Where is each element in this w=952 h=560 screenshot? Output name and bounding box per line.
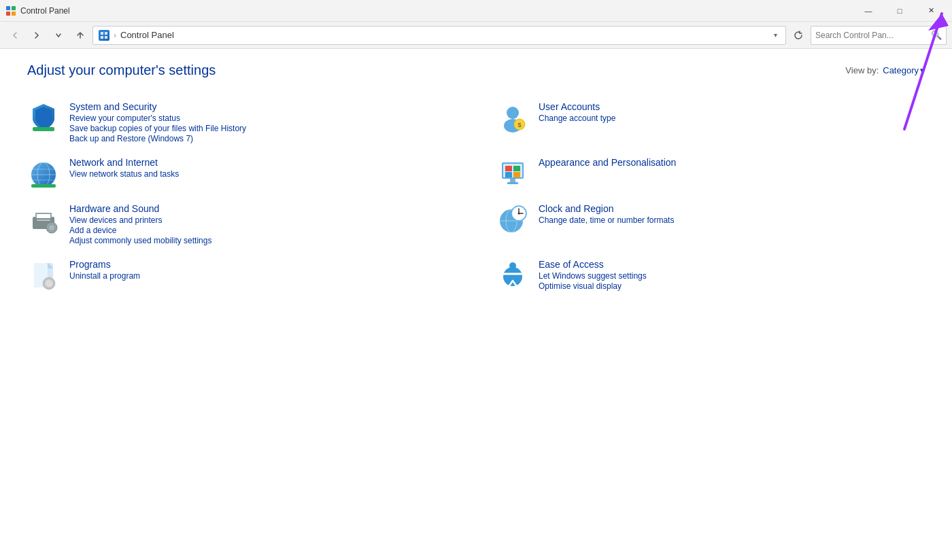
view-by-dropdown[interactable]: Category ▾ bbox=[883, 65, 925, 75]
main-content: Adjust your computer's settings View by:… bbox=[0, 49, 952, 560]
view-by-label: View by: bbox=[845, 65, 879, 75]
svg-point-47 bbox=[48, 283, 50, 284]
minimize-button[interactable]: — bbox=[853, 0, 884, 22]
user-accounts-links: Change account type bbox=[539, 113, 925, 123]
search-input[interactable] bbox=[815, 31, 928, 40]
system-security-links: Review your computer's status Save backu… bbox=[69, 113, 456, 143]
address-bar-icon bbox=[99, 30, 109, 41]
maximize-button[interactable]: □ bbox=[884, 0, 915, 22]
svg-rect-25 bbox=[510, 179, 515, 182]
address-dropdown-button[interactable]: ▾ bbox=[771, 31, 780, 39]
svg-rect-1 bbox=[12, 6, 16, 10]
titlebar-controls: — □ ✕ bbox=[853, 0, 947, 22]
category-network-internet: Network and Internet View network status… bbox=[27, 150, 456, 196]
hardware-sound-links: View devices and printers Add a device A… bbox=[69, 215, 456, 245]
clock-region-content: Clock and Region Change date, time or nu… bbox=[539, 203, 925, 225]
clock-region-icon[interactable] bbox=[496, 203, 529, 236]
category-ease-of-access: Ease of Access Let Windows suggest setti… bbox=[496, 252, 925, 298]
programs-content: Programs Uninstall a program bbox=[69, 259, 456, 281]
system-security-icon[interactable] bbox=[27, 101, 60, 134]
system-security-link-3[interactable]: Back up and Restore (Windows 7) bbox=[69, 134, 456, 143]
hardware-sound-link-1[interactable]: View devices and printers bbox=[69, 215, 456, 225]
forward-button[interactable] bbox=[27, 26, 46, 45]
hardware-sound-icon[interactable] bbox=[27, 203, 60, 236]
categories-grid: System and Security Review your computer… bbox=[27, 94, 925, 298]
ease-of-access-link-1[interactable]: Let Windows suggest settings bbox=[539, 271, 925, 281]
hardware-sound-title[interactable]: Hardware and Sound bbox=[69, 203, 456, 214]
back-button[interactable] bbox=[5, 26, 24, 45]
recent-locations-button[interactable] bbox=[49, 26, 68, 45]
address-path: Control Panel bbox=[120, 30, 174, 40]
search-box[interactable]: 🔍 bbox=[811, 26, 947, 45]
svg-point-9 bbox=[507, 107, 519, 119]
hardware-sound-content: Hardware and Sound View devices and prin… bbox=[69, 203, 456, 245]
ease-of-access-link-2[interactable]: Optimise visual display bbox=[539, 281, 925, 291]
clock-region-title[interactable]: Clock and Region bbox=[539, 203, 925, 214]
category-programs: Programs Uninstall a program bbox=[27, 252, 456, 298]
search-icon[interactable]: 🔍 bbox=[931, 30, 942, 40]
svg-rect-30 bbox=[37, 214, 50, 218]
svg-rect-3 bbox=[12, 12, 16, 16]
category-hardware-sound: Hardware and Sound View devices and prin… bbox=[27, 196, 456, 252]
user-accounts-content: User Accounts Change account type bbox=[539, 101, 925, 123]
clock-region-links: Change date, time or number formats bbox=[539, 215, 925, 225]
titlebar: Control Panel — □ ✕ bbox=[0, 0, 952, 22]
svg-rect-5 bbox=[105, 32, 107, 35]
appearance-icon[interactable] bbox=[496, 157, 529, 190]
svg-rect-6 bbox=[101, 36, 103, 39]
system-security-content: System and Security Review your computer… bbox=[69, 101, 456, 143]
appearance-content: Appearance and Personalisation bbox=[539, 157, 925, 169]
network-internet-links: View network status and tasks bbox=[69, 169, 456, 179]
address-separator: › bbox=[114, 31, 116, 40]
page-header: Adjust your computer's settings View by:… bbox=[27, 63, 925, 78]
titlebar-title: Control Panel bbox=[20, 6, 853, 16]
svg-rect-7 bbox=[105, 36, 107, 39]
svg-rect-4 bbox=[101, 32, 103, 35]
network-internet-title[interactable]: Network and Internet bbox=[69, 157, 456, 168]
ease-of-access-icon[interactable] bbox=[496, 259, 529, 292]
clock-region-link-1[interactable]: Change date, time or number formats bbox=[539, 215, 925, 225]
svg-rect-2 bbox=[6, 12, 10, 16]
navbar: › Control Panel ▾ 🔍 bbox=[0, 22, 952, 49]
svg-rect-29 bbox=[37, 220, 50, 221]
appearance-title[interactable]: Appearance and Personalisation bbox=[539, 157, 925, 168]
category-appearance: Appearance and Personalisation bbox=[496, 150, 925, 196]
ease-of-access-content: Ease of Access Let Windows suggest setti… bbox=[539, 259, 925, 291]
programs-link-1[interactable]: Uninstall a program bbox=[69, 271, 456, 281]
ease-of-access-title[interactable]: Ease of Access bbox=[539, 259, 925, 270]
svg-rect-26 bbox=[507, 182, 518, 184]
titlebar-icon bbox=[5, 5, 16, 16]
category-user-accounts: $ User Accounts Change account type bbox=[496, 94, 925, 150]
up-button[interactable] bbox=[71, 26, 90, 45]
category-clock-region: Clock and Region Change date, time or nu… bbox=[496, 196, 925, 252]
svg-point-41 bbox=[518, 213, 520, 215]
programs-links: Uninstall a program bbox=[69, 271, 456, 281]
user-accounts-title[interactable]: User Accounts bbox=[539, 101, 925, 112]
programs-title[interactable]: Programs bbox=[69, 259, 456, 270]
svg-rect-8 bbox=[33, 127, 54, 131]
category-system-security: System and Security Review your computer… bbox=[27, 94, 456, 150]
svg-rect-21 bbox=[505, 166, 512, 171]
svg-rect-18 bbox=[31, 184, 56, 188]
svg-point-33 bbox=[51, 227, 52, 228]
network-internet-link-1[interactable]: View network status and tasks bbox=[69, 169, 456, 179]
user-accounts-icon[interactable]: $ bbox=[496, 101, 529, 134]
programs-icon[interactable] bbox=[27, 259, 60, 292]
ease-of-access-links: Let Windows suggest settings Optimise vi… bbox=[539, 271, 925, 291]
network-internet-content: Network and Internet View network status… bbox=[69, 157, 456, 179]
svg-rect-0 bbox=[6, 6, 10, 10]
address-bar[interactable]: › Control Panel ▾ bbox=[92, 26, 786, 45]
refresh-button[interactable] bbox=[789, 26, 808, 45]
system-security-title[interactable]: System and Security bbox=[69, 101, 456, 112]
network-internet-icon[interactable] bbox=[27, 157, 60, 190]
system-security-link-1[interactable]: Review your computer's status bbox=[69, 113, 456, 123]
view-by-control: View by: Category ▾ bbox=[845, 65, 925, 75]
user-accounts-link-1[interactable]: Change account type bbox=[539, 113, 925, 123]
page-title: Adjust your computer's settings bbox=[27, 63, 216, 78]
svg-point-49 bbox=[503, 267, 522, 286]
hardware-sound-link-3[interactable]: Adjust commonly used mobility settings bbox=[69, 236, 456, 245]
system-security-link-2[interactable]: Save backup copies of your files with Fi… bbox=[69, 124, 456, 133]
hardware-sound-link-2[interactable]: Add a device bbox=[69, 226, 456, 235]
svg-rect-23 bbox=[505, 172, 512, 177]
close-button[interactable]: ✕ bbox=[915, 0, 947, 22]
